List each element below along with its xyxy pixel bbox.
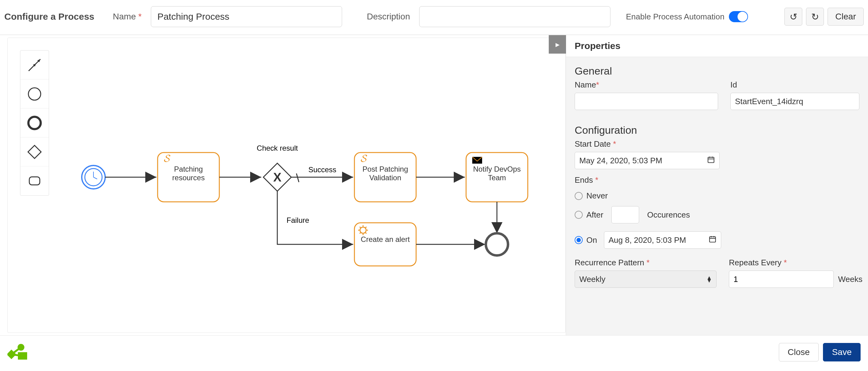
task-create-alert[interactable]: Create an alert: [354, 223, 416, 266]
radio-icon: [575, 192, 583, 200]
ends-on-option[interactable]: On Aug 8, 2020, 5:03 PM: [566, 231, 868, 258]
script-icon: 𝓢: [361, 152, 367, 164]
start-date-label: Start Date *: [575, 139, 859, 149]
ends-never-label: Never: [586, 191, 608, 201]
recurrence-label: Recurrence Pattern *: [575, 258, 717, 267]
undo-icon: ↺: [789, 11, 797, 22]
ends-on-label: On: [586, 235, 597, 245]
svg-text:X: X: [273, 170, 282, 184]
process-name-input[interactable]: [151, 6, 342, 27]
ends-never-option[interactable]: Never: [566, 191, 868, 206]
process-description-input[interactable]: [419, 6, 611, 27]
name-label: Name *: [113, 12, 142, 22]
svg-line-26: [366, 227, 367, 228]
automation-toggle-wrap: Enable Process Automation: [626, 11, 748, 22]
brand-logo-icon: [7, 344, 29, 361]
task-label: Post Patching Validation: [358, 165, 413, 182]
select-arrows-icon: ▲▼: [706, 276, 712, 282]
task-label: Patching resources: [161, 165, 216, 182]
clear-button[interactable]: Clear: [828, 8, 864, 26]
recurrence-select[interactable]: Weekly ▲▼: [575, 271, 717, 288]
ends-after-option[interactable]: After Occurences: [566, 206, 868, 231]
undo-button[interactable]: ↺: [784, 8, 802, 26]
redo-button[interactable]: ↻: [806, 8, 824, 26]
gateway-check-result[interactable]: X: [264, 163, 291, 191]
task-notify-devops[interactable]: Notify DevOps Team: [466, 153, 528, 202]
svg-rect-29: [708, 157, 714, 162]
task-label: Create an alert: [358, 235, 413, 244]
bpmn-diagram: 𝓢 Patching resources X Check result Succ…: [8, 38, 565, 333]
close-button[interactable]: Close: [779, 343, 819, 362]
task-label: Notify DevOps Team: [469, 165, 525, 182]
description-label: Description: [367, 12, 410, 22]
task-patching-resources[interactable]: 𝓢 Patching resources: [158, 152, 219, 202]
ends-label: Ends *: [575, 175, 859, 185]
process-canvas[interactable]: 𝓢 Patching resources X Check result Succ…: [7, 38, 566, 333]
svg-line-25: [366, 233, 367, 234]
property-name-input[interactable]: [575, 93, 718, 110]
flow-success[interactable]: [291, 173, 353, 182]
svg-line-27: [360, 233, 361, 234]
radio-icon: [575, 236, 583, 244]
property-id-input[interactable]: [731, 93, 859, 110]
automation-toggle[interactable]: [729, 11, 748, 22]
start-date-input[interactable]: May 24, 2020, 5:03 PM: [575, 152, 720, 169]
task-post-patching-validation[interactable]: 𝓢 Post Patching Validation: [354, 152, 416, 202]
occurrences-input[interactable]: [611, 206, 639, 224]
repeats-unit: Weeks: [838, 275, 863, 284]
ends-on-date-value: Aug 8, 2020, 5:03 PM: [609, 235, 686, 245]
repeats-label: Repeats Every *: [729, 258, 863, 267]
svg-point-28: [486, 233, 508, 256]
flow-failure-label: Failure: [286, 216, 309, 224]
chevron-right-icon: ▸: [556, 40, 560, 49]
calendar-icon: [709, 235, 717, 245]
main: 𝓢 Patching resources X Check result Succ…: [0, 35, 868, 336]
save-button[interactable]: Save: [823, 343, 861, 362]
svg-line-14: [297, 173, 299, 182]
svg-rect-33: [709, 237, 716, 242]
svg-line-24: [360, 227, 361, 228]
calendar-icon: [707, 156, 715, 166]
general-section-title: General: [566, 57, 868, 80]
collapse-properties-button[interactable]: ▸: [549, 35, 566, 54]
footer: Close Save: [0, 336, 868, 369]
top-actions: ↺ ↻ Clear: [784, 8, 864, 26]
repeats-input[interactable]: [729, 271, 834, 288]
top-bar: Configure a Process Name * Description E…: [0, 0, 868, 35]
page-title: Configure a Process: [4, 11, 94, 22]
script-icon: 𝓢: [164, 152, 170, 164]
start-date-value: May 24, 2020, 5:03 PM: [579, 156, 662, 166]
start-event-node[interactable]: [82, 166, 105, 189]
redo-icon: ↻: [811, 11, 819, 22]
occurrences-label: Occurences: [647, 210, 690, 220]
automation-label: Enable Process Automation: [626, 12, 724, 22]
end-event-node[interactable]: [486, 233, 508, 256]
properties-panel: ▸ Properties General Name* Id Configurat…: [566, 35, 868, 335]
properties-header: Properties: [566, 35, 868, 57]
gateway-label: Check result: [257, 144, 298, 152]
property-name-label: Name*: [575, 80, 718, 90]
flow-success-label: Success: [308, 166, 337, 174]
radio-icon: [575, 211, 583, 219]
property-id-label: Id: [731, 80, 859, 90]
ends-on-date-input[interactable]: Aug 8, 2020, 5:03 PM: [604, 231, 721, 249]
envelope-icon: [472, 157, 482, 164]
ends-after-label: After: [586, 210, 603, 220]
recurrence-value: Weekly: [579, 275, 606, 284]
configuration-section-title: Configuration: [566, 116, 868, 139]
